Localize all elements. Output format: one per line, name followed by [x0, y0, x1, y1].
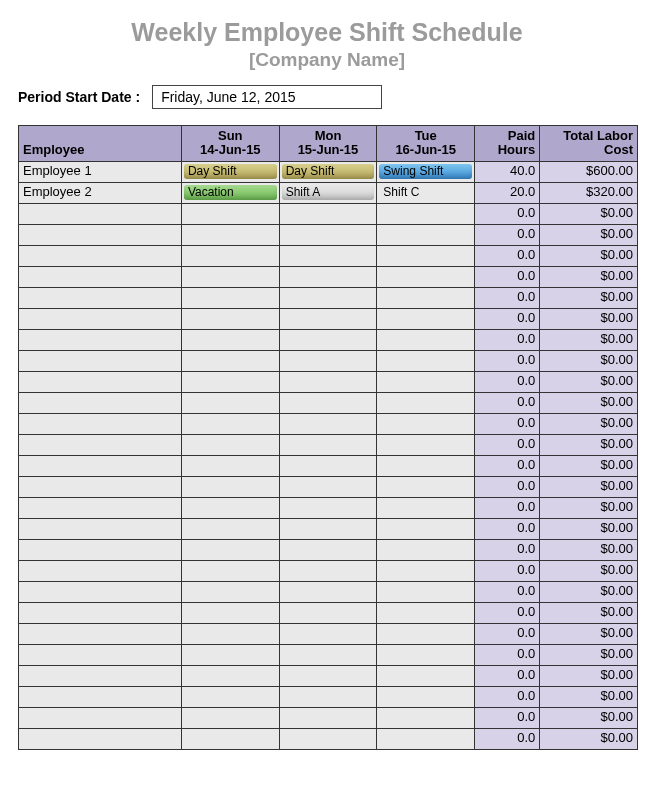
shift-cell[interactable] [279, 392, 377, 413]
period-start-input[interactable] [152, 85, 382, 109]
shift-cell[interactable] [279, 497, 377, 518]
employee-cell[interactable]: Employee 2 [19, 182, 182, 203]
shift-cell[interactable] [181, 497, 279, 518]
shift-cell[interactable]: Swing Shift [377, 161, 475, 182]
shift-cell[interactable] [181, 560, 279, 581]
shift-cell[interactable] [279, 581, 377, 602]
employee-cell[interactable] [19, 707, 182, 728]
shift-cell[interactable] [279, 644, 377, 665]
shift-cell[interactable] [181, 371, 279, 392]
shift-cell[interactable] [377, 539, 475, 560]
shift-cell[interactable] [279, 371, 377, 392]
shift-cell[interactable] [279, 203, 377, 224]
shift-cell[interactable] [181, 413, 279, 434]
shift-cell[interactable]: Shift A [279, 182, 377, 203]
shift-cell[interactable] [181, 287, 279, 308]
shift-cell[interactable] [181, 581, 279, 602]
shift-cell[interactable] [181, 665, 279, 686]
shift-cell[interactable] [181, 539, 279, 560]
shift-cell[interactable] [181, 434, 279, 455]
shift-cell[interactable] [279, 518, 377, 539]
employee-cell[interactable] [19, 455, 182, 476]
shift-cell[interactable] [279, 434, 377, 455]
shift-cell[interactable] [377, 707, 475, 728]
shift-cell[interactable] [377, 203, 475, 224]
shift-cell[interactable] [279, 308, 377, 329]
shift-cell[interactable] [377, 581, 475, 602]
shift-cell[interactable] [279, 476, 377, 497]
shift-cell[interactable] [377, 623, 475, 644]
shift-cell[interactable] [181, 266, 279, 287]
shift-cell[interactable] [279, 728, 377, 749]
shift-cell[interactable] [377, 371, 475, 392]
shift-cell[interactable] [279, 623, 377, 644]
shift-cell[interactable] [279, 560, 377, 581]
employee-cell[interactable] [19, 245, 182, 266]
shift-cell[interactable] [377, 392, 475, 413]
shift-cell[interactable] [279, 350, 377, 371]
shift-cell[interactable] [279, 539, 377, 560]
shift-cell[interactable] [181, 203, 279, 224]
shift-cell[interactable] [279, 329, 377, 350]
shift-cell[interactable] [377, 602, 475, 623]
employee-cell[interactable]: Employee 1 [19, 161, 182, 182]
shift-cell[interactable] [181, 392, 279, 413]
shift-cell[interactable] [377, 287, 475, 308]
shift-cell[interactable] [279, 665, 377, 686]
shift-cell[interactable] [181, 686, 279, 707]
shift-cell[interactable] [279, 224, 377, 245]
shift-cell[interactable] [279, 287, 377, 308]
shift-cell[interactable] [377, 434, 475, 455]
employee-cell[interactable] [19, 665, 182, 686]
employee-cell[interactable] [19, 623, 182, 644]
employee-cell[interactable] [19, 686, 182, 707]
employee-cell[interactable] [19, 539, 182, 560]
shift-cell[interactable] [377, 665, 475, 686]
employee-cell[interactable] [19, 350, 182, 371]
shift-cell[interactable] [377, 245, 475, 266]
employee-cell[interactable] [19, 728, 182, 749]
employee-cell[interactable] [19, 371, 182, 392]
shift-cell[interactable]: Shift C [377, 182, 475, 203]
shift-cell[interactable] [279, 266, 377, 287]
employee-cell[interactable] [19, 224, 182, 245]
shift-cell[interactable] [181, 350, 279, 371]
shift-cell[interactable] [279, 602, 377, 623]
shift-cell[interactable] [377, 497, 475, 518]
employee-cell[interactable] [19, 329, 182, 350]
employee-cell[interactable] [19, 497, 182, 518]
shift-cell[interactable]: Day Shift [181, 161, 279, 182]
shift-cell[interactable] [377, 413, 475, 434]
employee-cell[interactable] [19, 602, 182, 623]
shift-cell[interactable] [181, 644, 279, 665]
shift-cell[interactable] [181, 245, 279, 266]
shift-cell[interactable] [377, 644, 475, 665]
shift-cell[interactable] [181, 476, 279, 497]
shift-cell[interactable] [377, 224, 475, 245]
employee-cell[interactable] [19, 308, 182, 329]
shift-cell[interactable] [181, 329, 279, 350]
shift-cell[interactable] [377, 329, 475, 350]
shift-cell[interactable] [181, 623, 279, 644]
shift-cell[interactable] [181, 728, 279, 749]
employee-cell[interactable] [19, 518, 182, 539]
shift-cell[interactable] [181, 707, 279, 728]
shift-cell[interactable] [181, 602, 279, 623]
shift-cell[interactable] [279, 455, 377, 476]
employee-cell[interactable] [19, 476, 182, 497]
shift-cell[interactable]: Day Shift [279, 161, 377, 182]
shift-cell[interactable] [377, 266, 475, 287]
employee-cell[interactable] [19, 266, 182, 287]
shift-cell[interactable] [377, 350, 475, 371]
shift-cell[interactable] [377, 686, 475, 707]
shift-cell[interactable] [181, 224, 279, 245]
employee-cell[interactable] [19, 581, 182, 602]
shift-cell[interactable] [279, 686, 377, 707]
shift-cell[interactable]: Vacation [181, 182, 279, 203]
shift-cell[interactable] [279, 707, 377, 728]
shift-cell[interactable] [279, 245, 377, 266]
employee-cell[interactable] [19, 644, 182, 665]
employee-cell[interactable] [19, 434, 182, 455]
shift-cell[interactable] [279, 413, 377, 434]
shift-cell[interactable] [181, 455, 279, 476]
